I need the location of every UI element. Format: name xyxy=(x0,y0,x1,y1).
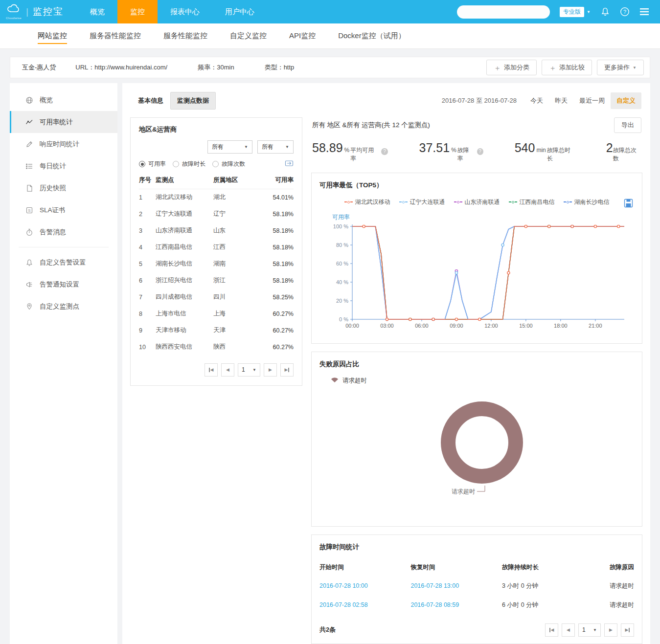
fault-cell-reason: 请求超时 xyxy=(571,577,634,596)
sidebar-item-history-snapshot[interactable]: 历史快照 xyxy=(10,177,117,199)
site-info-bar: 互金-惠人贷 URL：http://www.huirendai.com/ 频率：… xyxy=(10,57,650,78)
carrier-filter-select[interactable]: 所有 ▼ xyxy=(257,140,294,154)
monitor-table-row: 4江西南昌电信江西58.18% xyxy=(139,239,294,256)
pagination-next-button[interactable]: ▶ xyxy=(264,363,277,377)
col-header-region: 所属地区 xyxy=(213,172,256,189)
monitor-table-row: 1湖北武汉移动湖北54.01% xyxy=(139,189,294,206)
pagination-first-button[interactable]: ◀ xyxy=(545,623,558,637)
monitor-cell-availability: 58.18% xyxy=(256,272,294,289)
topnav-item-monitor[interactable]: 监控 xyxy=(117,0,158,23)
help-icon[interactable]: ? xyxy=(477,148,483,155)
subnav-item-service-performance[interactable]: 服务性能监控 xyxy=(152,23,219,48)
legend-item[interactable]: 江西南昌电信 xyxy=(509,198,555,206)
legend-item[interactable]: 辽宁大连联通 xyxy=(399,198,445,206)
sidebar-item-response-time-stats[interactable]: 响应时间统计 xyxy=(10,133,117,155)
tab-monitor-point-data[interactable]: 监测点数据 xyxy=(170,92,216,110)
legend-item[interactable]: 湖北武汉移动 xyxy=(344,198,390,206)
pie-legend[interactable]: 请求超时 xyxy=(330,377,634,385)
pagination-next-button[interactable]: ▶ xyxy=(604,623,617,637)
subnav-item-website-monitor[interactable]: 网站监控 xyxy=(26,23,78,48)
pagination-prev-button[interactable]: ◀ xyxy=(562,623,575,637)
carrier-filter-value: 所有 xyxy=(262,143,273,151)
topnav-item-user-center[interactable]: 用户中心 xyxy=(212,0,267,23)
fault-cell-start[interactable]: 2016-07-28 02:58 xyxy=(319,596,410,615)
edition-badge: 专业版 xyxy=(560,7,584,17)
add-compare-button[interactable]: ＋ 添加比较 xyxy=(542,60,592,75)
pagination-page-select[interactable]: 1 ▼ xyxy=(578,623,601,637)
radio-fault-duration[interactable] xyxy=(173,161,179,167)
menu-icon[interactable] xyxy=(639,8,649,16)
range-button-today[interactable]: 今天 xyxy=(524,92,549,109)
subnav-label: 服务性能监控 xyxy=(163,31,207,41)
subnav-item-api-monitor[interactable]: API监控 xyxy=(278,23,327,48)
export-button[interactable]: 导出 xyxy=(614,117,641,133)
search-input[interactable] xyxy=(457,5,550,19)
topbar: Cloudwise | 监控宝 概览 监控 报表中心 用户中心 专业版 ▼ ? xyxy=(0,0,660,23)
range-button-last-week[interactable]: 最近一周 xyxy=(573,92,611,109)
svg-text:03:00: 03:00 xyxy=(380,323,394,329)
sidebar-item-custom-monitor-points[interactable]: 自定义监测点 xyxy=(10,295,117,317)
subnav-item-docker-monitor[interactable]: Docker监控（试用） xyxy=(327,23,417,48)
pagination-last-button[interactable]: ▶ xyxy=(621,623,634,637)
fault-cell-recover[interactable]: 2016-07-28 08:59 xyxy=(410,596,501,615)
subnav-label: 网站监控 xyxy=(38,31,67,41)
pagination-prev-button[interactable]: ◀ xyxy=(221,363,234,377)
monitor-cell-no: 10 xyxy=(139,339,156,355)
region-filter-select[interactable]: 所有 ▼ xyxy=(207,140,252,154)
svg-text:80 %: 80 % xyxy=(336,242,348,248)
fault-table-row: 2016-07-28 10:002016-07-28 13:003 小时 0 分… xyxy=(319,577,634,596)
sidebar-item-alarm-notification-settings[interactable]: 告警通知设置 xyxy=(10,273,117,295)
legend-marker-icon xyxy=(564,201,572,203)
monitor-table-row: 7四川成都电信四川58.25% xyxy=(139,289,294,306)
monitor-table-row: 6浙江绍兴电信浙江58.18% xyxy=(139,272,294,289)
fault-cell-reason: 请求超时 xyxy=(571,596,634,615)
subnav-item-custom-monitor[interactable]: 自定义监控 xyxy=(219,23,278,48)
col-header-reason: 故障原因 xyxy=(571,558,634,577)
radio-availability[interactable] xyxy=(139,161,145,167)
topnav-item-reports[interactable]: 报表中心 xyxy=(158,0,212,23)
forward-icon[interactable] xyxy=(285,159,294,169)
subnav-item-server-performance[interactable]: 服务器性能监控 xyxy=(78,23,152,48)
sidebar-item-overview[interactable]: 概览 xyxy=(10,89,117,111)
help-icon[interactable]: ? xyxy=(381,148,387,155)
more-actions-button[interactable]: 更多操作 ▼ xyxy=(597,60,644,75)
legend-item[interactable]: 山东济南联通 xyxy=(454,198,500,206)
pagination-first-button[interactable]: ◀ xyxy=(205,363,218,377)
timeout-legend-marker xyxy=(330,377,339,384)
radio-fault-count[interactable] xyxy=(212,161,219,167)
add-category-button[interactable]: ＋ 添加分类 xyxy=(486,60,537,75)
tab-basic-info[interactable]: 基本信息 xyxy=(131,92,170,110)
notification-settings-icon xyxy=(25,281,33,289)
pagination-page-select[interactable]: 1 ▼ xyxy=(238,363,260,377)
range-button-yesterday[interactable]: 昨天 xyxy=(549,92,573,109)
monitor-table-pagination: ◀ ◀ 1 ▼ ▶ ▶ xyxy=(139,363,294,377)
fault-cell-recover[interactable]: 2016-07-28 13:00 xyxy=(410,577,501,596)
sidebar-item-daily-stats[interactable]: 每日统计 xyxy=(10,155,117,177)
stat-average-availability: 58.89 % 平均可用率 ? xyxy=(312,141,388,163)
legend-item[interactable]: 湖南长沙电信 xyxy=(564,198,610,206)
region-filter-value: 所有 xyxy=(212,143,224,151)
pagination-last-button[interactable]: ▶ xyxy=(280,363,294,377)
col-header-point: 监测点 xyxy=(156,172,213,189)
notification-bell-icon[interactable] xyxy=(600,7,610,17)
sidebar-item-sla-certificate[interactable]: S SLA证书 xyxy=(10,199,117,221)
view-toolbar: 基本信息 监测点数据 2016-07-28 至 2016-07-28 今天 昨天… xyxy=(131,92,641,110)
sidebar-item-custom-alarm-settings[interactable]: 自定义告警设置 xyxy=(10,251,117,273)
sidebar-item-availability-stats[interactable]: 可用率统计 xyxy=(10,111,117,133)
monitor-cell-no: 9 xyxy=(139,322,156,339)
help-icon[interactable]: ? xyxy=(620,7,630,17)
sidebar-item-label: 告警通知设置 xyxy=(40,280,79,289)
app-logo[interactable]: Cloudwise | 监控宝 xyxy=(0,0,77,23)
svg-text:?: ? xyxy=(623,9,626,15)
sidebar-item-label: 告警消息 xyxy=(40,228,66,237)
summary-row: 所有 地区 &所有 运营商(共 12 个监测点) 导出 xyxy=(312,117,641,133)
document-icon xyxy=(25,184,33,192)
legend-label: 山东济南联通 xyxy=(465,198,500,206)
stat-fault-rate: 37.51 % 故障率 ? xyxy=(419,141,483,163)
sidebar-item-alarm-messages[interactable]: 告警消息 xyxy=(10,221,117,243)
fault-cell-start[interactable]: 2016-07-28 10:00 xyxy=(319,577,410,596)
edition-dropdown[interactable]: 专业版 ▼ xyxy=(560,7,591,17)
save-image-icon[interactable] xyxy=(624,199,633,209)
range-button-custom[interactable]: 自定义 xyxy=(611,92,641,109)
topnav-item-overview[interactable]: 概览 xyxy=(77,0,117,23)
